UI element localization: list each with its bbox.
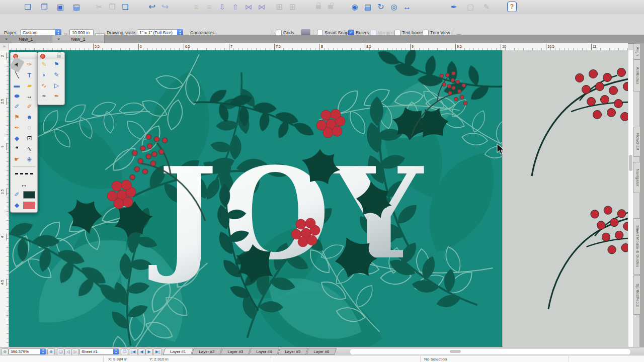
dimension-tool[interactable]: ↔: [23, 91, 36, 102]
side-tab-attributes[interactable]: Attributes: [633, 59, 640, 92]
loupe-tool[interactable]: ◌: [23, 123, 36, 133]
drawing-canvas[interactable]: JOY: [9, 50, 628, 347]
zoom-tool[interactable]: ⊕: [23, 154, 36, 165]
line-tool[interactable]: ╲: [11, 70, 23, 80]
spline-tool[interactable]: ≈: [38, 91, 50, 102]
flatten-down-icon[interactable]: ⋈: [242, 1, 255, 13]
fill-color-swatch[interactable]: [23, 202, 35, 209]
lamp-tool[interactable]: ◆: [11, 133, 23, 144]
camera-tool[interactable]: ⊡: [23, 133, 36, 144]
palette-titlebar[interactable]: [38, 52, 64, 59]
pasteboard[interactable]: [502, 50, 628, 347]
lasso-tool[interactable]: ∿: [23, 144, 36, 154]
flag-shape-tool[interactable]: ⚑: [50, 59, 63, 70]
stroke-color-swatch[interactable]: [23, 191, 35, 199]
new-document-icon[interactable]: ❏: [21, 1, 34, 13]
copy-icon[interactable]: ❐: [106, 1, 119, 13]
prev-sheet-button[interactable]: ◁: [64, 348, 72, 355]
arrow-style-swatch[interactable]: ↔: [11, 180, 37, 189]
next-layer-button[interactable]: ▶: [145, 348, 153, 355]
brush-tool[interactable]: ✑: [23, 59, 36, 70]
rotate-icon[interactable]: ↻: [374, 1, 387, 13]
node-arrow-tool[interactable]: ▷: [50, 80, 63, 91]
send-backward-icon[interactable]: ⇩: [216, 1, 229, 13]
bring-forward-icon[interactable]: ⇧: [229, 1, 242, 13]
callout-tool[interactable]: ❝: [11, 144, 23, 154]
flag-tool[interactable]: ⚑: [11, 112, 23, 123]
hand-tool[interactable]: ☛: [11, 154, 23, 165]
art-brush-tool[interactable]: ✒: [50, 91, 63, 102]
open-document-icon[interactable]: ❐: [38, 1, 51, 13]
horizontal-ruler[interactable]: 5.5 6 6.5 7 7.5 8 8.5 9 9.5 10 10.5 11: [9, 43, 628, 51]
help-icon[interactable]: ?: [507, 2, 517, 12]
cut-icon[interactable]: ✂: [93, 1, 106, 13]
sheet-field[interactable]: Sheet #1▲▼: [79, 348, 119, 354]
side-tab-smart-mouse-guides[interactable]: Smart Mouse & Guides: [633, 218, 640, 275]
zoom-in-button[interactable]: ⊕: [47, 348, 55, 355]
zoom-out-button[interactable]: ⊖: [1, 348, 9, 355]
stepper-icon[interactable]: ▲▼: [113, 348, 119, 354]
freeform-tool[interactable]: ▰: [23, 80, 36, 91]
horizontal-scrollbar[interactable]: [350, 348, 631, 355]
leaf-pen-tool[interactable]: ✎: [38, 59, 50, 70]
bezier-tool[interactable]: ∿: [38, 80, 50, 91]
grid-edit-icon[interactable]: ⊞: [286, 1, 299, 13]
duplicate-sheet-button[interactable]: ❐: [121, 348, 128, 355]
stroke-eyedropper-icon[interactable]: ✐: [11, 190, 23, 200]
inspector-icon[interactable]: ✒: [447, 1, 460, 13]
flatten-up-icon[interactable]: ⋈: [255, 1, 268, 13]
first-layer-button[interactable]: |◀: [129, 348, 138, 355]
vertical-scrollbar-thumb[interactable]: [629, 155, 632, 171]
distribute-icon[interactable]: ↔: [400, 1, 414, 13]
layer-tab-6[interactable]: Layer #6: [306, 348, 337, 355]
undo-icon[interactable]: ↩: [145, 1, 158, 13]
pen-tool[interactable]: ✒: [11, 123, 23, 133]
rectangle-tool[interactable]: ▬: [11, 80, 23, 91]
record-icon[interactable]: ◎: [387, 1, 400, 13]
close-icon[interactable]: ×: [5, 35, 8, 43]
layer-tab-3[interactable]: Layer #3: [220, 348, 251, 355]
close-icon[interactable]: ×: [57, 35, 60, 43]
grid-show-icon[interactable]: ⊞: [273, 1, 286, 13]
fill-bucket-icon[interactable]: ◆: [11, 200, 23, 211]
lock-icon[interactable]: [57, 55, 61, 58]
new-sheet-button[interactable]: ❏: [57, 348, 64, 355]
artwork[interactable]: JOY: [9, 50, 628, 347]
layer-tab-5[interactable]: Layer #5: [278, 348, 308, 355]
next-sheet-button[interactable]: ▷: [71, 348, 79, 355]
text-eyedropper-tool[interactable]: ✐: [23, 102, 36, 112]
vertical-ruler[interactable]: 2 2.5 3 3.5 4 4.5: [0, 50, 9, 347]
save-icon[interactable]: ▣: [54, 1, 67, 13]
close-icon[interactable]: [40, 54, 45, 59]
tab-new-1-active[interactable]: × New_1: [52, 35, 105, 43]
annotate-icon[interactable]: ✎: [480, 1, 493, 13]
layer-tab-4[interactable]: Layer #4: [249, 348, 280, 355]
arrange-back-icon[interactable]: ≡: [190, 1, 203, 13]
arrange-front-icon[interactable]: ≡: [203, 1, 216, 13]
side-tab-align[interactable]: Align: [633, 43, 640, 59]
half-disc-tool[interactable]: ◗: [38, 70, 50, 80]
side-tab-navigator[interactable]: Navigator: [633, 162, 640, 193]
unlock-icon[interactable]: [328, 5, 333, 9]
show-points-icon[interactable]: ◉: [348, 1, 361, 13]
layer-tab-1[interactable]: Layer #1: [163, 348, 194, 355]
ellipse-tool[interactable]: ⬬: [11, 91, 23, 102]
zoom-level-field[interactable]: 396.379%▲▼: [9, 348, 46, 354]
display-icon[interactable]: ▢: [464, 1, 477, 13]
side-tab-spriteeffects[interactable]: SpriteEffects: [633, 276, 640, 315]
dash-style-swatch[interactable]: [15, 173, 33, 174]
prev-layer-button[interactable]: ◀: [138, 348, 145, 355]
layer-tab-2[interactable]: Layer #2: [192, 348, 222, 355]
redo-icon[interactable]: ↪: [158, 1, 172, 13]
eyedropper-tool[interactable]: ✐: [11, 102, 23, 112]
notes-icon[interactable]: ▤: [361, 1, 374, 13]
vertical-scrollbar[interactable]: [628, 50, 633, 347]
side-tab-flowchart[interactable]: Flowchart: [633, 127, 640, 157]
ghost-tool[interactable]: ☻: [23, 112, 36, 123]
lock-icon[interactable]: [316, 5, 321, 9]
tab-new-1[interactable]: × New_1: [0, 35, 52, 43]
horizontal-scrollbar-thumb[interactable]: [450, 350, 461, 353]
last-layer-button[interactable]: ▶|: [153, 348, 162, 355]
paste-icon[interactable]: ❑: [119, 1, 132, 13]
text-tool[interactable]: T: [23, 70, 36, 80]
